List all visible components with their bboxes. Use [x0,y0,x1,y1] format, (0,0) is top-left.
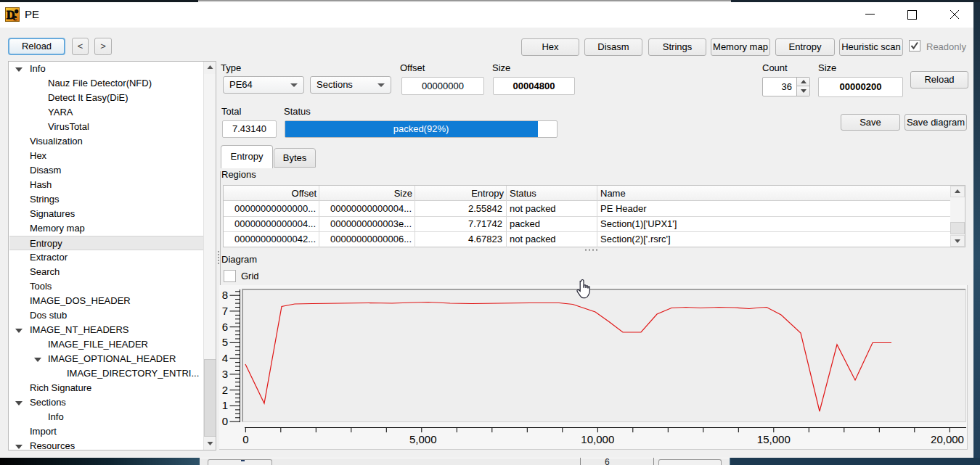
svg-text:6: 6 [222,321,228,333]
svg-text:4: 4 [222,352,228,364]
svg-text:10,000: 10,000 [581,433,614,445]
svg-text:0: 0 [222,415,228,427]
svg-text:7: 7 [222,305,228,317]
svg-text:1: 1 [222,399,228,411]
svg-text:0: 0 [242,433,248,445]
svg-text:5,000: 5,000 [409,433,437,445]
svg-text:8: 8 [222,289,228,301]
svg-text:5: 5 [222,336,228,348]
svg-text:2: 2 [222,384,228,396]
svg-text:3: 3 [222,368,228,380]
svg-text:15,000: 15,000 [757,433,791,445]
svg-text:20,000: 20,000 [931,433,964,445]
svg-text:e: e [13,12,17,22]
